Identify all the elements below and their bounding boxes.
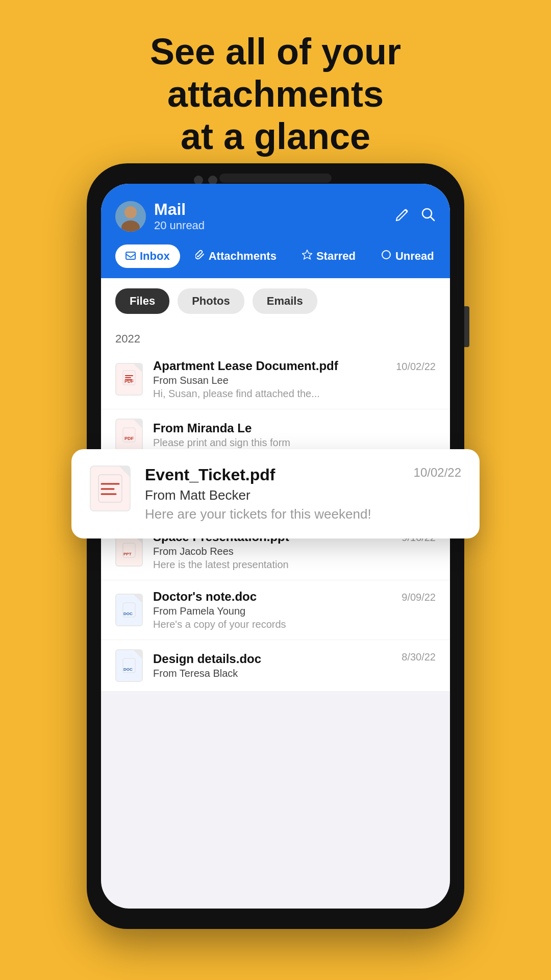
file-name: Doctor's note.doc: [153, 590, 391, 604]
header-actions: [395, 207, 436, 226]
hero-line1: See all of your: [150, 31, 401, 72]
tooltip-info: Event_Ticket.pdf From Matt Becker Here a…: [145, 465, 399, 522]
avatar-image: [115, 201, 146, 232]
file-date: 8/30/22: [402, 649, 436, 663]
phone-screen: Mail 20 unread: [101, 184, 450, 909]
file-from: From Teresa Black: [153, 668, 391, 679]
filter-emails[interactable]: Emails: [253, 288, 317, 314]
hero-line3: at a glance: [181, 116, 370, 157]
doc-icon: DOC: [115, 649, 143, 682]
tab-attachments[interactable]: Attachments: [185, 244, 287, 268]
tab-inbox[interactable]: Inbox: [115, 244, 180, 268]
circle-icon: [381, 250, 391, 263]
svg-text:DOC: DOC: [123, 611, 133, 616]
filter-bar: Files Photos Emails: [101, 278, 450, 324]
list-item[interactable]: DOC Doctor's note.doc From Pamela Young …: [101, 580, 450, 640]
inbox-icon: [126, 250, 136, 263]
hero-text: See all of your attachments at a glance: [0, 0, 551, 178]
file-preview: Hi, Susan, please find attached the...: [153, 388, 386, 400]
tab-unread[interactable]: Unread: [371, 244, 444, 268]
file-from: From Jacob Rees: [153, 546, 391, 557]
file-date: 10/02/22: [396, 359, 436, 373]
file-preview: Here is the latest presentation: [153, 559, 391, 571]
file-info: From Miranda Le Please print and sign th…: [153, 421, 436, 449]
app-title: Mail: [154, 200, 205, 219]
file-date: 9/09/22: [402, 590, 436, 603]
list-item[interactable]: PDF Apartment Lease Document.pdf From Su…: [101, 350, 450, 409]
svg-text:DOC: DOC: [123, 667, 133, 672]
tab-bar: Inbox Attachments: [115, 244, 436, 278]
side-button: [464, 306, 469, 347]
file-info: Apartment Lease Document.pdf From Susan …: [153, 359, 386, 400]
file-preview: Please print and sign this form: [153, 437, 436, 449]
tooltip-from: From Matt Becker: [145, 487, 399, 503]
tooltip-filename: Event_Ticket.pdf: [145, 465, 399, 484]
ppt-icon: PPT: [115, 534, 143, 567]
phone-notch: [219, 174, 332, 183]
tab-starred[interactable]: Starred: [292, 244, 366, 268]
svg-point-1: [124, 206, 137, 218]
file-name: From Miranda Le: [153, 421, 436, 435]
pdf-icon: PDF: [115, 363, 143, 396]
tab-attachments-label: Attachments: [209, 250, 277, 263]
star-icon: [302, 250, 312, 263]
pdf-icon: PDF: [115, 419, 143, 451]
phone-frame: Mail 20 unread: [87, 163, 464, 929]
edit-icon[interactable]: [395, 207, 410, 226]
svg-text:PPT: PPT: [123, 552, 132, 556]
svg-point-6: [382, 251, 390, 259]
tooltip-card: Event_Ticket.pdf From Matt Becker Here a…: [71, 449, 480, 538]
search-icon[interactable]: [420, 207, 436, 226]
tooltip-pdf-icon: [90, 465, 131, 511]
attachments-icon: [195, 250, 205, 263]
file-info: Design details.doc From Teresa Black: [153, 652, 391, 679]
filter-photos[interactable]: Photos: [178, 288, 244, 314]
hero-line2: attachments: [167, 74, 384, 114]
tab-starred-label: Starred: [316, 250, 356, 263]
tab-unread-label: Unread: [395, 250, 434, 263]
header-top: Mail 20 unread: [115, 200, 436, 232]
header-title-group: Mail 20 unread: [154, 200, 205, 232]
avatar[interactable]: [115, 201, 146, 232]
year-label: 2022: [101, 324, 450, 350]
file-from: From Pamela Young: [153, 605, 391, 617]
doc-icon: DOC: [115, 594, 143, 626]
list-item[interactable]: DOC Design details.doc From Teresa Black…: [101, 640, 450, 692]
app-header: Mail 20 unread: [101, 184, 450, 278]
tooltip-message: Here are your tickets for this weekend!: [145, 506, 399, 522]
svg-text:PDF: PDF: [124, 436, 134, 441]
file-info: Doctor's note.doc From Pamela Young Here…: [153, 590, 391, 630]
svg-marker-5: [302, 250, 312, 259]
svg-text:PDF: PDF: [124, 379, 134, 384]
file-preview: Here's a copy of your records: [153, 619, 391, 630]
filter-files[interactable]: Files: [115, 288, 169, 314]
tab-inbox-label: Inbox: [140, 250, 170, 263]
unread-count: 20 unread: [154, 219, 205, 232]
file-name: Apartment Lease Document.pdf: [153, 359, 386, 373]
tooltip-date: 10/02/22: [414, 465, 461, 480]
header-left: Mail 20 unread: [115, 200, 205, 232]
file-from: From Susan Lee: [153, 375, 386, 386]
file-name: Design details.doc: [153, 652, 391, 666]
